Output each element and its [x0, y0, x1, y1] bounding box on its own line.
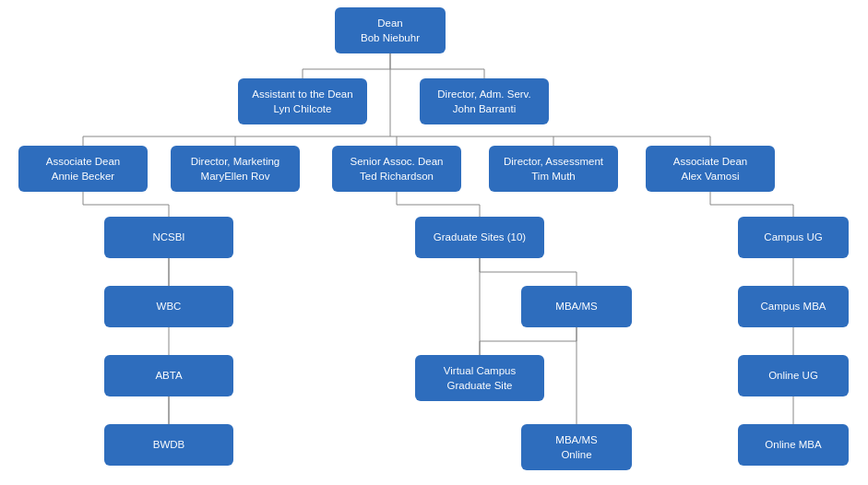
node-director-mktg-line1: Director, Marketing: [191, 154, 280, 169]
node-director-adm: Director, Adm. Serv. John Barranti: [420, 78, 549, 124]
node-director-adm-line2: John Barranti: [453, 101, 516, 116]
node-abta-label: ABTA: [155, 368, 182, 383]
node-dean-line1: Dean: [377, 16, 403, 30]
node-assistant-line1: Assistant to the Dean: [252, 87, 352, 101]
node-abta: ABTA: [104, 355, 233, 396]
node-senior-assoc-line1: Senior Assoc. Dean: [350, 154, 443, 169]
node-assoc-dean-alex-line2: Alex Vamosi: [681, 169, 739, 183]
node-virtual-campus-line1: Virtual Campus: [444, 363, 516, 378]
node-mba-ms-online-line1: MBA/MS: [555, 432, 597, 447]
node-assistant-line2: Lyn Chilcote: [274, 101, 332, 116]
node-virtual-campus-line2: Graduate Site: [447, 378, 513, 393]
node-assoc-dean-alex: Associate Dean Alex Vamosi: [646, 146, 775, 192]
node-dean: Dean Bob Niebuhr: [335, 7, 446, 53]
node-wbc-label: WBC: [157, 299, 182, 313]
node-mba-ms-online: MBA/MS Online: [521, 424, 632, 470]
node-director-assess-line1: Director, Assessment: [504, 154, 603, 169]
node-senior-assoc-line2: Ted Richardson: [360, 169, 434, 183]
node-campus-mba-label: Campus MBA: [761, 299, 826, 313]
node-ncsbi-label: NCSBI: [152, 230, 184, 244]
node-dean-line2: Bob Niebuhr: [361, 30, 420, 45]
node-campus-mba: Campus MBA: [738, 286, 849, 327]
node-mba-ms-online-line2: Online: [561, 447, 591, 462]
node-director-adm-line1: Director, Adm. Serv.: [437, 87, 530, 101]
node-wbc: WBC: [104, 286, 233, 327]
node-bwdb: BWDB: [104, 424, 233, 466]
node-assistant: Assistant to the Dean Lyn Chilcote: [238, 78, 367, 124]
node-ncsbi: NCSBI: [104, 217, 233, 258]
node-grad-sites: Graduate Sites (10): [415, 217, 544, 258]
node-campus-ug-label: Campus UG: [764, 230, 822, 244]
node-assoc-dean-annie-line1: Associate Dean: [46, 154, 121, 169]
node-mba-ms-label: MBA/MS: [555, 299, 597, 313]
node-director-mktg: Director, Marketing MaryEllen Rov: [171, 146, 300, 192]
node-campus-ug: Campus UG: [738, 217, 849, 258]
node-director-assess: Director, Assessment Tim Muth: [489, 146, 618, 192]
node-assoc-dean-alex-line1: Associate Dean: [673, 154, 748, 169]
node-bwdb-label: BWDB: [153, 437, 185, 452]
node-online-ug: Online UG: [738, 355, 849, 396]
node-assoc-dean-annie: Associate Dean Annie Becker: [18, 146, 148, 192]
node-senior-assoc: Senior Assoc. Dean Ted Richardson: [332, 146, 461, 192]
node-online-ug-label: Online UG: [768, 368, 818, 383]
node-virtual-campus: Virtual Campus Graduate Site: [415, 355, 544, 401]
node-mba-ms: MBA/MS: [521, 286, 632, 327]
node-assoc-dean-annie-line2: Annie Becker: [52, 169, 114, 183]
org-chart: Dean Bob Niebuhr Assistant to the Dean L…: [0, 0, 868, 485]
node-director-mktg-line2: MaryEllen Rov: [201, 169, 270, 183]
node-grad-sites-label: Graduate Sites (10): [434, 230, 526, 244]
node-online-mba: Online MBA: [738, 424, 849, 466]
node-director-assess-line2: Tim Muth: [531, 169, 576, 183]
node-online-mba-label: Online MBA: [765, 437, 821, 452]
